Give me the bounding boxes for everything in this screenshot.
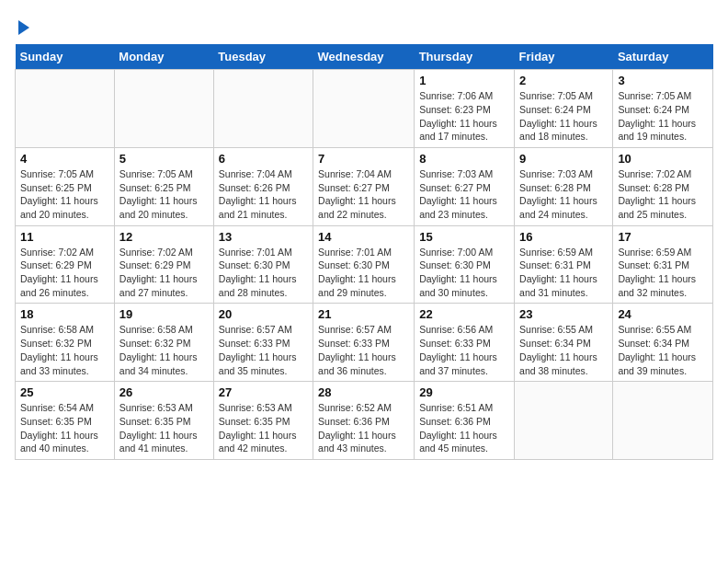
calendar-cell: 24Sunrise: 6:55 AM Sunset: 6:34 PM Dayli… [613,304,713,382]
weekday-header-row: SundayMondayTuesdayWednesdayThursdayFrid… [16,44,713,70]
day-info: Sunrise: 7:01 AM Sunset: 6:30 PM Dayligh… [219,246,308,300]
day-number: 15 [419,230,509,244]
day-info: Sunrise: 7:03 AM Sunset: 6:27 PM Dayligh… [419,167,509,222]
day-info: Sunrise: 7:06 AM Sunset: 6:23 PM Dayligh… [419,89,509,144]
calendar-cell: 4Sunrise: 7:05 AM Sunset: 6:25 PM Daylig… [16,147,115,225]
day-number: 16 [519,230,608,244]
day-info: Sunrise: 7:05 AM Sunset: 6:25 PM Dayligh… [119,167,209,222]
calendar-cell: 1Sunrise: 7:06 AM Sunset: 6:23 PM Daylig… [415,70,515,148]
day-info: Sunrise: 6:58 AM Sunset: 6:32 PM Dayligh… [119,323,209,377]
calendar-cell: 11Sunrise: 7:02 AM Sunset: 6:29 PM Dayli… [16,225,115,304]
logo-arrow-icon [18,20,29,35]
calendar-cell: 16Sunrise: 6:59 AM Sunset: 6:31 PM Dayli… [515,225,613,304]
day-info: Sunrise: 6:53 AM Sunset: 6:35 PM Dayligh… [219,401,308,455]
day-number: 20 [219,307,308,321]
day-number: 3 [618,74,708,87]
calendar-week-row: 4Sunrise: 7:05 AM Sunset: 6:25 PM Daylig… [16,147,713,225]
day-info: Sunrise: 7:04 AM Sunset: 6:27 PM Dayligh… [318,167,409,222]
calendar-cell: 19Sunrise: 6:58 AM Sunset: 6:32 PM Dayli… [114,304,213,382]
day-info: Sunrise: 6:57 AM Sunset: 6:33 PM Dayligh… [219,323,308,377]
day-info: Sunrise: 7:04 AM Sunset: 6:26 PM Dayligh… [219,167,308,222]
day-info: Sunrise: 7:05 AM Sunset: 6:24 PM Dayligh… [519,89,608,144]
day-number: 4 [20,152,109,166]
day-number: 22 [419,307,509,321]
day-number: 5 [119,152,209,166]
calendar-cell: 3Sunrise: 7:05 AM Sunset: 6:24 PM Daylig… [613,70,713,148]
weekday-header: Friday [515,44,613,70]
day-info: Sunrise: 6:56 AM Sunset: 6:33 PM Dayligh… [419,323,509,377]
day-number: 26 [119,385,209,399]
day-number: 23 [519,307,608,321]
calendar-cell: 20Sunrise: 6:57 AM Sunset: 6:33 PM Dayli… [213,304,313,382]
calendar-cell: 27Sunrise: 6:53 AM Sunset: 6:35 PM Dayli… [213,382,313,460]
calendar-cell: 6Sunrise: 7:04 AM Sunset: 6:26 PM Daylig… [213,147,313,225]
calendar-cell: 13Sunrise: 7:01 AM Sunset: 6:30 PM Dayli… [213,225,313,304]
day-number: 21 [318,307,409,321]
day-number: 11 [20,230,109,244]
calendar-cell: 21Sunrise: 6:57 AM Sunset: 6:33 PM Dayli… [313,304,415,382]
day-info: Sunrise: 7:02 AM Sunset: 6:29 PM Dayligh… [119,246,209,300]
day-info: Sunrise: 6:59 AM Sunset: 6:31 PM Dayligh… [618,246,708,300]
calendar-cell: 2Sunrise: 7:05 AM Sunset: 6:24 PM Daylig… [515,70,613,148]
day-number: 2 [519,74,608,87]
calendar-cell: 10Sunrise: 7:02 AM Sunset: 6:28 PM Dayli… [613,147,713,225]
calendar-cell: 8Sunrise: 7:03 AM Sunset: 6:27 PM Daylig… [415,147,515,225]
calendar-cell: 15Sunrise: 7:00 AM Sunset: 6:30 PM Dayli… [415,225,515,304]
day-info: Sunrise: 6:54 AM Sunset: 6:35 PM Dayligh… [20,401,109,455]
day-number: 13 [219,230,308,244]
calendar-cell [16,70,115,148]
calendar-week-row: 11Sunrise: 7:02 AM Sunset: 6:29 PM Dayli… [16,225,713,304]
day-info: Sunrise: 7:03 AM Sunset: 6:28 PM Dayligh… [519,167,608,222]
calendar-cell: 14Sunrise: 7:01 AM Sunset: 6:30 PM Dayli… [313,225,415,304]
calendar-cell [613,382,713,460]
day-info: Sunrise: 6:51 AM Sunset: 6:36 PM Dayligh… [419,401,509,455]
day-number: 6 [219,152,308,166]
day-info: Sunrise: 7:00 AM Sunset: 6:30 PM Dayligh… [419,246,509,300]
day-number: 8 [419,152,509,166]
calendar-week-row: 25Sunrise: 6:54 AM Sunset: 6:35 PM Dayli… [16,382,713,460]
day-info: Sunrise: 6:55 AM Sunset: 6:34 PM Dayligh… [618,323,708,377]
day-number: 12 [119,230,209,244]
calendar-week-row: 18Sunrise: 6:58 AM Sunset: 6:32 PM Dayli… [16,304,713,382]
day-number: 19 [119,307,209,321]
day-info: Sunrise: 7:01 AM Sunset: 6:30 PM Dayligh… [318,246,409,300]
calendar-cell: 29Sunrise: 6:51 AM Sunset: 6:36 PM Dayli… [415,382,515,460]
day-number: 28 [318,385,409,399]
calendar-cell [515,382,613,460]
calendar-cell: 7Sunrise: 7:04 AM Sunset: 6:27 PM Daylig… [313,147,415,225]
weekday-header: Tuesday [213,44,313,70]
day-number: 7 [318,152,409,166]
day-info: Sunrise: 7:02 AM Sunset: 6:28 PM Dayligh… [618,167,708,222]
calendar-week-row: 1Sunrise: 7:06 AM Sunset: 6:23 PM Daylig… [16,70,713,148]
day-info: Sunrise: 6:53 AM Sunset: 6:35 PM Dayligh… [119,401,209,455]
day-number: 9 [519,152,608,166]
day-number: 1 [419,74,509,87]
day-info: Sunrise: 6:52 AM Sunset: 6:36 PM Dayligh… [318,401,409,455]
calendar-cell [313,70,415,148]
weekday-header: Thursday [415,44,515,70]
calendar-cell: 26Sunrise: 6:53 AM Sunset: 6:35 PM Dayli… [114,382,213,460]
calendar-cell: 23Sunrise: 6:55 AM Sunset: 6:34 PM Dayli… [515,304,613,382]
day-info: Sunrise: 7:05 AM Sunset: 6:24 PM Dayligh… [618,89,708,144]
day-number: 29 [419,385,509,399]
day-info: Sunrise: 6:58 AM Sunset: 6:32 PM Dayligh… [20,323,109,377]
calendar-cell: 28Sunrise: 6:52 AM Sunset: 6:36 PM Dayli… [313,382,415,460]
weekday-header: Wednesday [313,44,415,70]
day-number: 10 [618,152,708,166]
day-number: 25 [20,385,109,399]
calendar-cell: 9Sunrise: 7:03 AM Sunset: 6:28 PM Daylig… [515,147,613,225]
calendar-cell: 25Sunrise: 6:54 AM Sunset: 6:35 PM Dayli… [16,382,115,460]
page-header [15,15,713,37]
calendar-cell: 5Sunrise: 7:05 AM Sunset: 6:25 PM Daylig… [114,147,213,225]
day-info: Sunrise: 7:02 AM Sunset: 6:29 PM Dayligh… [20,246,109,300]
calendar-table: SundayMondayTuesdayWednesdayThursdayFrid… [15,44,713,460]
day-number: 18 [20,307,109,321]
weekday-header: Saturday [613,44,713,70]
day-number: 14 [318,230,409,244]
day-info: Sunrise: 6:55 AM Sunset: 6:34 PM Dayligh… [519,323,608,377]
day-number: 24 [618,307,708,321]
weekday-header: Monday [114,44,213,70]
calendar-cell: 17Sunrise: 6:59 AM Sunset: 6:31 PM Dayli… [613,225,713,304]
calendar-cell [213,70,313,148]
calendar-cell: 18Sunrise: 6:58 AM Sunset: 6:32 PM Dayli… [16,304,115,382]
